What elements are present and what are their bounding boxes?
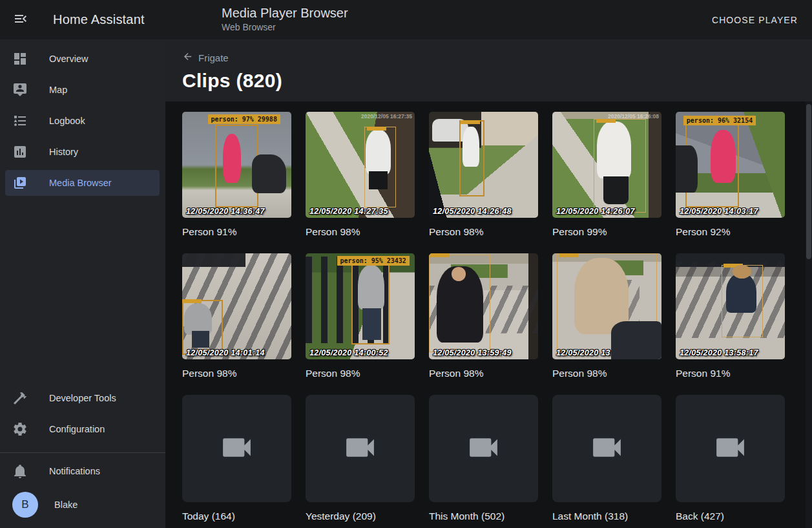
- clip-card[interactable]: person: 96% 32154 12/05/2020 14:03:17 Pe…: [676, 112, 785, 238]
- clip-caption: Person 98%: [182, 368, 291, 379]
- detection-label: [724, 264, 743, 268]
- sidebar-item-developer-tools[interactable]: Developer Tools: [5, 385, 160, 411]
- logbook-icon: [12, 113, 28, 129]
- user-avatar: B: [12, 492, 38, 518]
- folder-caption: This Month (502): [429, 511, 538, 522]
- configuration-icon: [12, 421, 28, 437]
- main-content: Frigate Clips (820) person: 97% 29988 12…: [165, 39, 812, 528]
- clip-thumbnail: 2020/12/05 16:26:08 12/05/2020 14:26:07: [552, 112, 661, 218]
- folder-card[interactable]: This Month (502): [429, 395, 538, 522]
- page-header-subtitle: Web Browser: [222, 21, 348, 33]
- sidebar-item-map[interactable]: Map: [5, 77, 160, 103]
- sidebar-item-overview[interactable]: Overview: [5, 46, 160, 72]
- clip-card[interactable]: 2020/12/05 16:26:08 12/05/2020 14:26:07 …: [552, 112, 661, 238]
- clip-caption: Person 98%: [306, 226, 415, 238]
- map-icon: [12, 82, 28, 98]
- timestamp-overlay: 12/05/2020 14:26:48: [433, 207, 512, 216]
- clip-caption: Person 91%: [676, 368, 785, 379]
- sidebar-footer: Notifications B Blake: [0, 452, 165, 528]
- developer-tools-icon: [12, 390, 28, 406]
- notifications-label: Notifications: [49, 466, 100, 476]
- detection-label: [430, 253, 450, 257]
- sidebar-toggle-button[interactable]: [5, 5, 36, 36]
- sidebar-item-user-profile[interactable]: B Blake: [5, 489, 160, 520]
- detection-bounding-box: [182, 300, 223, 355]
- timestamp-overlay: 12/05/2020 13:58:30: [556, 348, 635, 357]
- clip-card[interactable]: person: 97% 29988 12/05/2020 14:36:47 Pe…: [182, 112, 291, 238]
- app-title: Home Assistant: [53, 12, 145, 27]
- folder-caption: Yesterday (209): [306, 511, 415, 522]
- folder-caption: Last Month (318): [552, 511, 661, 522]
- scrollbar-thumb[interactable]: [806, 104, 811, 259]
- clip-card[interactable]: 12/05/2020 13:58:17 Person 91%: [676, 253, 785, 379]
- folder-card[interactable]: Last Month (318): [552, 395, 661, 522]
- clip-card[interactable]: 12/05/2020 14:26:48 Person 98%: [429, 112, 538, 238]
- clip-caption: Person 99%: [552, 226, 661, 238]
- arrow-left-icon: [182, 51, 193, 64]
- detection-bounding-box: [594, 119, 646, 212]
- menu-open-icon: [13, 11, 28, 28]
- folder-thumbnail: [306, 395, 415, 502]
- clip-card[interactable]: 12/05/2020 14:01:14 Person 98%: [182, 253, 291, 379]
- timestamp-overlay: 12/05/2020 14:36:47: [186, 207, 265, 216]
- timestamp-overlay: 12/05/2020 14:26:07: [556, 207, 635, 216]
- camera-osd-timestamp: 2020/12/05 16:26:08: [608, 113, 659, 120]
- detection-bounding-box: [459, 120, 484, 196]
- detection-label: [367, 127, 386, 131]
- top-app-bar: Home Assistant Media Player Browser Web …: [0, 0, 812, 39]
- detection-label: person: 96% 32154: [683, 116, 756, 125]
- detection-bounding-box: [364, 127, 396, 207]
- sidebar-item-notifications[interactable]: Notifications: [5, 458, 160, 484]
- detection-label: person: 95% 23432: [337, 256, 410, 266]
- media-grid-scroll-area: person: 97% 29988 12/05/2020 14:36:47 Pe…: [165, 101, 812, 528]
- sidebar-item-history[interactable]: History: [5, 139, 160, 165]
- scrollbar[interactable]: [806, 101, 812, 528]
- detection-label: [461, 120, 480, 124]
- clip-thumbnail: 12/05/2020 13:59:49: [429, 253, 538, 359]
- clip-card[interactable]: person: 95% 23432 12/05/2020 14:00:52 Pe…: [306, 253, 415, 379]
- timestamp-overlay: 12/05/2020 14:00:52: [309, 348, 388, 357]
- choose-player-button[interactable]: CHOOSE PLAYER: [712, 15, 798, 25]
- user-name-label: Blake: [54, 500, 78, 510]
- detection-bounding-box: [351, 263, 390, 344]
- clip-caption: Person 92%: [676, 226, 785, 238]
- history-icon: [12, 144, 28, 160]
- folder-thumbnail: [552, 395, 661, 502]
- media-browser-header: Media Player Browser Web Browser: [222, 5, 348, 33]
- folder-thumbnail: [429, 395, 538, 502]
- sidebar-item-label: History: [49, 147, 78, 157]
- sidebar-item-configuration[interactable]: Configuration: [5, 416, 160, 442]
- camera-osd-timestamp: 2020/12/05 16:27:35: [361, 113, 412, 120]
- folder-caption: Today (164): [182, 511, 291, 522]
- folder-card[interactable]: Today (164): [182, 395, 291, 522]
- folder-caption: Back (427): [676, 511, 785, 522]
- folder-card[interactable]: Yesterday (209): [306, 395, 415, 522]
- folder-card[interactable]: Back (427): [676, 395, 785, 522]
- timestamp-overlay: 12/05/2020 14:03:17: [680, 207, 758, 216]
- breadcrumb-label: Frigate: [198, 52, 229, 63]
- media-grid: person: 97% 29988 12/05/2020 14:36:47 Pe…: [182, 112, 812, 522]
- timestamp-overlay: 12/05/2020 13:58:17: [680, 348, 758, 357]
- clip-thumbnail: 12/05/2020 14:01:14: [182, 253, 291, 359]
- clip-card[interactable]: 12/05/2020 13:58:30 Person 98%: [552, 253, 661, 379]
- page-title: Clips (820): [182, 70, 812, 92]
- sidebar-item-media-browser[interactable]: Media Browser: [5, 170, 160, 196]
- clip-card[interactable]: 12/05/2020 13:59:49 Person 98%: [429, 253, 538, 379]
- clip-caption: Person 98%: [552, 368, 661, 379]
- detection-label: person: 97% 29988: [208, 114, 280, 124]
- clip-thumbnail: 12/05/2020 14:26:48: [429, 112, 538, 218]
- sidebar: Overview Map Logbook History Media Brows…: [0, 39, 165, 528]
- sidebar-item-label: Developer Tools: [49, 393, 116, 403]
- clip-card[interactable]: 2020/12/05 16:27:35 12/05/2020 14:27:35 …: [306, 112, 415, 238]
- detection-label: [559, 253, 578, 257]
- sidebar-item-label: Map: [49, 85, 67, 95]
- clip-thumbnail: person: 97% 29988 12/05/2020 14:36:47: [182, 112, 291, 218]
- folder-thumbnail: [182, 395, 291, 502]
- video-camera-icon: [588, 429, 625, 469]
- sidebar-item-logbook[interactable]: Logbook: [5, 108, 160, 134]
- sidebar-item-label: Logbook: [49, 116, 85, 126]
- breadcrumb-back-frigate[interactable]: Frigate: [182, 48, 229, 67]
- clip-thumbnail: person: 96% 32154 12/05/2020 14:03:17: [676, 112, 785, 218]
- timestamp-overlay: 12/05/2020 14:01:14: [186, 348, 265, 357]
- page-header-title: Media Player Browser: [222, 5, 348, 21]
